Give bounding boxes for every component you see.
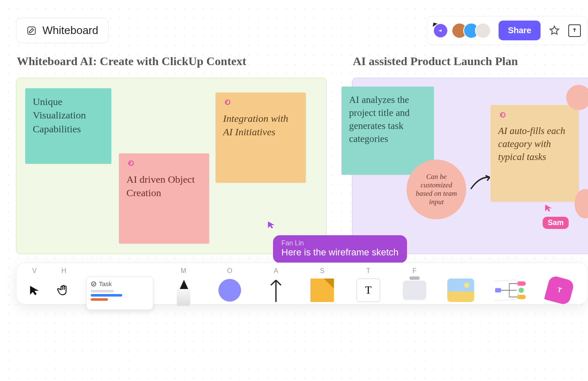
whiteboard-canvas[interactable]: Whiteboard AI: Create with ClickUp Conte… — [16, 55, 588, 381]
tool-mindmap[interactable] — [488, 267, 534, 304]
text-icon: T — [349, 276, 387, 304]
tool-sticky[interactable]: S — [303, 267, 341, 304]
tool-ai[interactable]: T — [543, 267, 576, 304]
sticky-text: AI driven Object Creation — [126, 174, 195, 198]
avatar[interactable] — [475, 23, 491, 39]
export-button[interactable] — [568, 24, 581, 37]
tool-key: O — [227, 267, 232, 275]
sticky-note[interactable]: AI analyzes the project title and genera… — [341, 87, 434, 175]
tool-key — [510, 267, 512, 275]
tool-task[interactable]: Task — [83, 267, 156, 304]
tool-arrow[interactable]: A — [257, 267, 295, 304]
view-name: Whiteboard — [42, 24, 98, 37]
sticky-note[interactable]: Unique Visualization Capabilities — [25, 88, 111, 164]
tool-key — [118, 267, 120, 275]
svg-rect-5 — [517, 295, 525, 300]
svg-rect-0 — [28, 27, 35, 34]
comment-text: Here is the wireframe sketch — [281, 247, 399, 258]
pen-icon — [165, 276, 202, 306]
frame-icon — [396, 276, 433, 304]
sticky-text: AI auto-fills each category with typical… — [498, 126, 565, 162]
tool-key: S — [320, 267, 325, 275]
remote-cursor-fanlin — [267, 221, 276, 229]
tool-key: A — [274, 267, 278, 275]
comment-bubble[interactable]: Fan Lin Here is the wireframe sketch — [273, 235, 407, 263]
tool-key: M — [181, 267, 186, 275]
ai-swirl-icon — [223, 99, 232, 108]
avatar-stack[interactable] — [452, 23, 491, 39]
sticky-note[interactable]: Integration with AI Initiatives — [215, 92, 306, 183]
ai-swirl-icon — [126, 160, 136, 169]
remote-cursor-label: Sam — [543, 217, 569, 229]
section-title-right: AI assisted Product Launch Plan — [353, 55, 518, 68]
section-title-left: Whiteboard AI: Create with ClickUp Conte… — [17, 55, 246, 68]
svg-point-4 — [519, 288, 524, 293]
tool-pen[interactable]: M — [165, 267, 202, 304]
circle-note[interactable]: Can be customized based on team input — [407, 160, 466, 219]
tool-key — [460, 267, 462, 275]
sticky-text: AI analyzes the project title and genera… — [349, 95, 410, 144]
presence-group — [434, 23, 491, 39]
tool-key: V — [32, 267, 37, 275]
svg-rect-2 — [495, 288, 501, 293]
edit-icon — [26, 26, 37, 36]
tool-key: T — [366, 267, 370, 275]
top-right-controls: Share — [427, 16, 588, 45]
tool-key: F — [412, 267, 417, 275]
sticky-text: Unique Visualization Capabilities — [33, 96, 86, 134]
favorite-button[interactable] — [548, 24, 561, 37]
comment-author: Fan Lin — [281, 239, 399, 247]
ai-swirl-icon — [498, 112, 507, 121]
sticky-note[interactable]: AI driven Object Creation — [119, 153, 209, 244]
presence-cursor-icon — [434, 24, 447, 37]
circle-note-partial[interactable] — [566, 85, 588, 110]
sticky-text: Integration with AI Initiatives — [223, 113, 288, 137]
tool-frame[interactable]: F — [396, 267, 433, 304]
tool-key — [559, 267, 560, 275]
sticky-note[interactable]: AI auto-fills each category with typical… — [491, 105, 579, 202]
top-bar: Whiteboard Share — [16, 16, 588, 45]
tool-image[interactable] — [442, 267, 480, 304]
remote-cursor-sam — [544, 204, 553, 212]
tool-hand[interactable]: H — [53, 267, 74, 304]
hand-icon — [53, 276, 74, 304]
shape-icon — [211, 276, 249, 304]
bottom-toolbar: V H Task M O A S T — [16, 263, 588, 305]
tool-select[interactable]: V — [24, 267, 45, 304]
task-label: Task — [99, 280, 112, 287]
arrow-icon — [257, 276, 295, 304]
circle-text: Can be customized based on team input — [412, 173, 461, 206]
image-icon — [442, 276, 480, 304]
sticky-icon — [303, 276, 341, 304]
view-switcher[interactable]: Whiteboard — [16, 18, 109, 43]
tool-shape[interactable]: O — [211, 267, 249, 304]
select-icon — [24, 276, 45, 304]
mindmap-icon — [488, 276, 534, 304]
tool-key: H — [61, 267, 66, 275]
tool-text[interactable]: T T — [349, 267, 387, 304]
arrow-connector — [469, 172, 494, 193]
ai-icon: T — [543, 276, 576, 304]
share-button[interactable]: Share — [499, 21, 541, 40]
task-card-icon: Task — [83, 276, 156, 310]
